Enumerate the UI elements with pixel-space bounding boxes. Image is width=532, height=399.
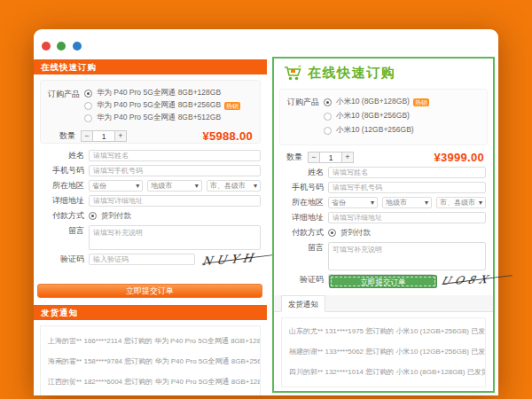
order-form-green: 在线快速订购 订购产品 小米10 (8GB+128GB) 热销 小米10 (8G… [272, 57, 495, 393]
radio-icon[interactable] [84, 90, 92, 98]
left-product-option-3[interactable]: 华为 P40 Pro 5G全网通 8GB+512GB [84, 112, 240, 124]
left-province-select[interactable]: 省份 [89, 180, 143, 192]
right-qty-label: 数量 [286, 152, 302, 163]
right-captcha-label: 验证码 [279, 274, 324, 286]
left-product-option-1[interactable]: 华为 P40 Pro 5G全网通 8GB+128GB [84, 87, 240, 99]
tab-shipping-notice[interactable]: 发货通知 [281, 295, 325, 312]
window-dot-red[interactable] [42, 42, 51, 51]
left-captcha-input[interactable] [89, 254, 195, 265]
cart-logo-icon [283, 65, 302, 82]
left-qty-stepper: − 1 + [81, 130, 127, 142]
radio-icon[interactable] [89, 212, 97, 220]
right-captcha-image[interactable]: UO8X [442, 271, 491, 289]
notice-item: 四川的郭** 132****1014 您订购的 小米10 (8GB+128GB)… [282, 362, 485, 382]
right-product-option-3[interactable]: 小米10 (12GB+256GB) [324, 123, 429, 137]
qty-plus-button[interactable]: + [114, 130, 127, 142]
left-message-textarea[interactable] [89, 225, 261, 250]
left-district-select[interactable]: 市、县级市 [207, 180, 261, 192]
left-phone-label: 手机号码 [40, 165, 84, 176]
qty-value[interactable]: 1 [320, 152, 341, 163]
left-submit-button[interactable]: 立即提交订单 [37, 284, 262, 298]
left-captcha-image[interactable]: NUYH [202, 251, 261, 269]
browser-window: 在线快速订购 订购产品 华为 P40 Pro 5G全网通 8GB+128GB 华… [34, 29, 498, 395]
left-product-box: 订购产品 华为 P40 Pro 5G全网通 8GB+128GB 华为 P40 P… [40, 80, 261, 144]
left-phone-input[interactable] [89, 165, 261, 176]
page-background: 在线快速订购 订购产品 华为 P40 Pro 5G全网通 8GB+128GB 华… [0, 0, 532, 399]
qty-value[interactable]: 1 [93, 130, 114, 142]
radio-icon[interactable] [324, 113, 332, 121]
left-address-input[interactable] [89, 195, 261, 207]
right-form-title: 在线快速订购 [308, 65, 395, 82]
right-phone-label: 手机号码 [279, 182, 324, 193]
left-form-header: 在线快速订购 [34, 59, 267, 74]
left-product-label: 订购产品 [48, 87, 80, 124]
right-submit-button[interactable]: 立即提交订单 [329, 275, 437, 288]
right-notice-list: 山东的尤** 131****1975 您订购的 小米10 (12GB+256GB… [281, 317, 486, 387]
left-payment-label: 付款方式 [40, 210, 84, 222]
right-product-option-1[interactable]: 小米10 (8GB+128GB) 热销 [324, 95, 429, 109]
right-notice-tabbar: 发货通知 [274, 295, 493, 312]
hot-badge: 热销 [413, 98, 429, 106]
left-region-label: 所在地区 [40, 180, 84, 192]
radio-icon[interactable] [324, 98, 332, 106]
right-payment-label: 付款方式 [279, 227, 324, 239]
right-qty-stepper: − 1 + [308, 152, 354, 163]
right-address-label: 详细地址 [279, 212, 324, 223]
left-city-select[interactable]: 地级市 [147, 180, 201, 192]
notice-item: 山东的尤** 131****1975 您订购的 小米10 (12GB+256GB… [282, 321, 485, 341]
right-payment-option[interactable]: 货到付款 [340, 228, 371, 239]
order-form-orange: 在线快速订购 订购产品 华为 P40 Pro 5G全网通 8GB+128GB 华… [34, 59, 267, 395]
qty-minus-button[interactable]: − [81, 130, 93, 142]
notice-item: 福建的谢** 133****5062 您订购的 小米10 (12GB+256GB… [282, 341, 485, 362]
radio-icon[interactable] [328, 229, 336, 237]
left-price: ¥5988.00 [202, 129, 253, 143]
left-address-label: 详细地址 [40, 195, 84, 207]
qty-plus-button[interactable]: + [341, 152, 354, 163]
right-form-fields: 姓名 手机号码 所在地区 省份 地级市 市、县级市 详细地址 [279, 167, 486, 289]
notice-item: 上海的雷** 166****2114 您订购的 华为 P40 Pro 5G全网通… [41, 331, 260, 351]
right-name-label: 姓名 [279, 167, 324, 178]
right-product-label: 订购产品 [287, 95, 319, 137]
window-dot-blue[interactable] [73, 42, 82, 51]
right-city-select[interactable]: 地级市 [382, 197, 432, 208]
notice-item: 广西的韦** 182****5151 您订购的 华为 P40 Pro 5G全网通… [41, 392, 260, 395]
left-captcha-label: 验证码 [40, 254, 84, 265]
radio-icon[interactable] [324, 127, 332, 135]
left-notice-list: 上海的雷** 166****2114 您订购的 华为 P40 Pro 5G全网通… [40, 325, 261, 395]
qty-minus-button[interactable]: − [308, 152, 320, 163]
left-name-input[interactable] [89, 150, 261, 161]
left-qty-label: 数量 [59, 130, 75, 142]
right-address-input[interactable] [328, 212, 486, 223]
radio-icon[interactable] [84, 114, 92, 122]
right-product-box: 订购产品 小米10 (8GB+128GB) 热销 小米10 (8GB+256GB… [279, 89, 488, 145]
right-region-label: 所在地区 [279, 197, 324, 208]
window-dot-green[interactable] [57, 42, 66, 51]
notice-item: 江西的贺** 182****6004 您订购的 华为 P40 Pro 5G全网通… [41, 372, 260, 392]
right-province-select[interactable]: 省份 [328, 197, 378, 208]
left-product-option-2[interactable]: 华为 P40 Pro 5G全网通 8GB+256GB 热销 [84, 99, 240, 112]
left-form-fields: 姓名 手机号码 所在地区 省份 地级市 市、县级市 详细地址 [40, 150, 261, 269]
radio-icon[interactable] [84, 102, 92, 110]
left-payment-option[interactable]: 货到付款 [101, 211, 131, 222]
right-price: ¥3999.00 [434, 151, 484, 164]
left-notice-header: 发货通知 [34, 305, 267, 320]
left-message-label: 留言 [40, 225, 84, 237]
notice-item: 海南的霍** 158****9784 您订购的 华为 P40 Pro 5G全网通… [41, 351, 260, 372]
right-product-option-2[interactable]: 小米10 (8GB+256GB) [324, 109, 429, 123]
right-name-input[interactable] [328, 167, 486, 178]
left-name-label: 姓名 [40, 150, 84, 161]
right-message-textarea[interactable] [328, 242, 486, 270]
right-phone-input[interactable] [328, 182, 486, 193]
hot-badge: 热销 [224, 102, 240, 110]
right-district-select[interactable]: 市、县级市 [436, 197, 486, 208]
right-message-label: 留言 [279, 242, 324, 254]
